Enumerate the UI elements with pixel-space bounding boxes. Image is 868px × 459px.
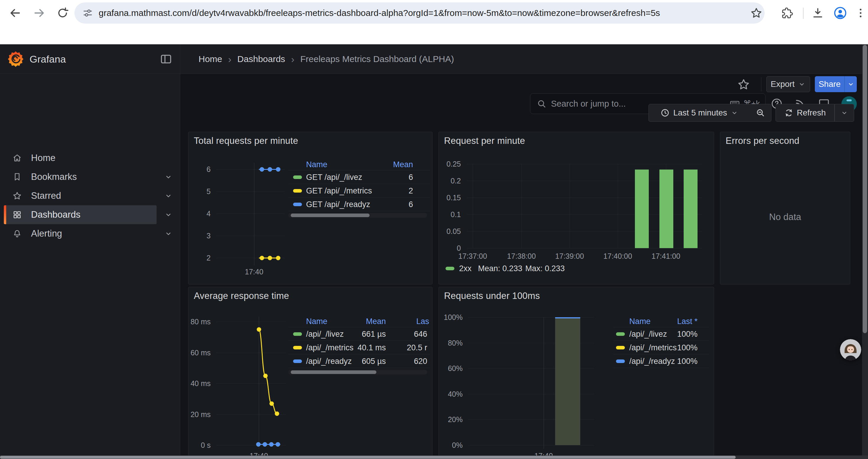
y-axis-tick-label: 0.25 [439,160,461,168]
table-row: /api/_/livez 661 µs 646 [288,327,430,340]
dashboards-grid-icon [12,210,22,220]
table-row: /api/_/readyz 605 µs 620 [288,354,430,368]
table-scrollbar-thumb[interactable] [291,214,370,217]
series-color-pill [293,203,302,206]
y-axis-tick-label: 20% [439,415,463,424]
sidebar-item-home[interactable]: Home [0,149,180,167]
site-settings-icon[interactable] [82,7,93,19]
forward-button[interactable] [31,5,48,21]
assistant-avatar[interactable] [840,339,861,360]
column-header-mean[interactable]: Mean [372,159,413,170]
url-bar[interactable]: grafana.mathmast.com/d/deytv4rwavabkb/fr… [74,2,765,24]
legend-series-name[interactable]: 2xx [459,264,471,273]
screen: grafana.mathmast.com/d/deytv4rwavabkb/fr… [0,0,868,459]
area-fill-100pct [555,317,580,445]
series-color-pill [293,346,302,350]
table-scrollbar[interactable] [288,213,427,218]
sidebar-item-starred[interactable]: Starred [0,186,180,205]
extensions-button[interactable] [779,5,795,21]
table-row: /api/_/readyz 100% [613,354,709,368]
x-axis-tick-label: 17:37:00 [449,252,496,261]
series-mean: 2 [372,184,413,198]
column-header-mean[interactable]: Mean [344,316,386,327]
chevron-down-icon [164,230,173,238]
share-dropdown-button[interactable] [844,76,857,92]
download-icon [812,7,824,19]
refresh-button[interactable]: Refresh [776,104,835,122]
table-scrollbar[interactable] [288,370,427,374]
sidebar-item-label: Home [31,149,56,167]
series-last: 646 [392,327,427,341]
x-axis-tick-label: 17:41:00 [642,252,689,261]
url-text: grafana.mathmast.com/d/deytv4rwavabkb/fr… [99,8,660,18]
back-icon [8,6,22,20]
y-axis-tick-label: 0 [439,244,461,253]
data-point [260,256,264,260]
refresh-icon [784,108,793,117]
series-name[interactable]: /api/_/livez [306,327,344,341]
legend-table-header: Name Mean [288,159,430,170]
profile-button[interactable] [832,5,848,21]
sidebar: Home Bookmarks Starred Dashboards Alerti… [0,74,180,459]
column-header-last[interactable]: Last * [656,316,698,327]
series-color-pill [293,189,302,193]
bell-icon [12,229,22,238]
data-point [276,167,280,172]
x-axis-tick-label: 17:39:00 [546,252,593,261]
gridline [254,163,254,266]
chevron-down-icon [731,109,738,117]
downloads-button[interactable] [809,5,826,21]
sidebar-item-alerting[interactable]: Alerting [0,224,180,243]
browser-menu-button[interactable] [854,5,867,21]
table-row: GET /api/_/metrics 2 [288,184,430,197]
sidebar-item-dashboards[interactable]: Dashboards [0,205,180,224]
no-data-message: No data [720,150,850,284]
three-dot-menu-icon [855,7,867,19]
sidebar-toggle-button[interactable] [159,53,173,66]
data-point [268,256,272,260]
horizontal-scrollbar-thumb[interactable] [0,456,736,459]
column-header-name[interactable]: Name [629,316,651,327]
table-scrollbar-thumb[interactable] [291,370,376,374]
series-color-pill [293,175,302,179]
sidebar-item-label: Alerting [31,224,62,243]
panel-average-response-time: Average response time 80 ms60 ms40 ms20 … [188,287,433,459]
column-header-name[interactable]: Name [306,316,327,327]
vertical-scrollbar-thumb[interactable] [863,45,867,333]
gridline [467,164,702,164]
refresh-interval-dropdown[interactable] [835,104,854,122]
share-button[interactable]: Share [815,76,844,92]
column-header-name[interactable]: Name [306,159,327,170]
requests-under-100ms-chart[interactable]: 100%80%60%40%20%0%17:40 [439,287,714,459]
favorite-dashboard-button[interactable] [737,78,750,91]
star-icon [737,78,750,91]
column-header-last[interactable]: Las [416,316,429,327]
series-name[interactable]: GET /api/_/livez [306,170,362,184]
export-label: Export [771,79,795,89]
breadcrumb-dashboards[interactable]: Dashboards [237,54,285,64]
forward-icon [33,6,46,20]
chevron-down-icon [164,192,173,200]
back-button[interactable] [6,5,23,21]
series-name[interactable]: GET /api/_/metrics [306,184,372,198]
gridline [468,445,594,446]
request-per-minute-chart[interactable]: 0.250.20.150.10.05017:37:0017:38:0017:39… [439,132,714,284]
series-last: 100% [656,327,698,341]
grafana-logo[interactable] [7,51,24,67]
breadcrumb-home[interactable]: Home [198,54,222,64]
export-button[interactable]: Export [766,76,810,92]
gridline [217,236,284,236]
brand-title[interactable]: Grafana [30,54,66,65]
gridline [217,214,284,214]
series-name[interactable]: GET /api/_/readyz [306,198,370,211]
y-axis-tick-label: 4 [188,209,211,218]
time-range-picker[interactable]: Last 5 minutes [649,104,750,122]
sidebar-item-bookmarks[interactable]: Bookmarks [0,167,180,186]
reload-button[interactable] [54,5,71,21]
panel-title[interactable]: Errors per second [725,136,800,146]
chevron-down-icon [164,173,173,181]
panel-toggle-icon [159,53,173,66]
zoom-out-time-button[interactable] [750,104,771,122]
series-last: 20.5 r [392,341,427,355]
bookmark-star-button[interactable] [748,5,765,21]
